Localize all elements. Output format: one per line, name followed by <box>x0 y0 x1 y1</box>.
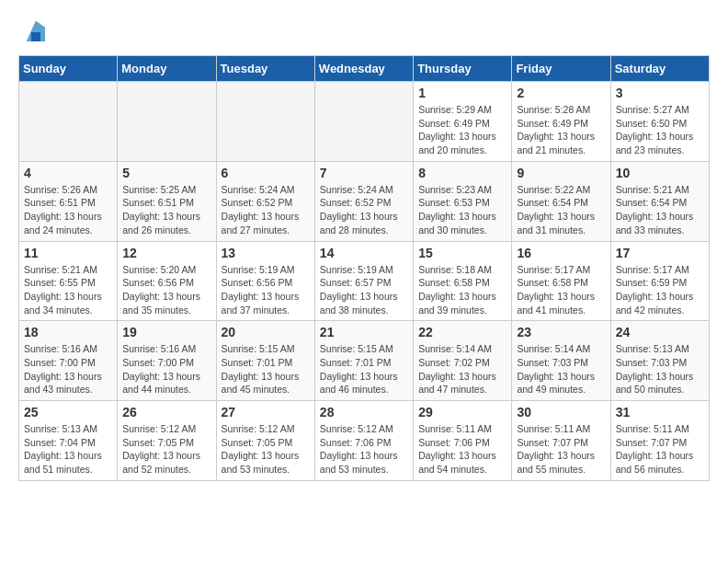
calendar-cell: 11Sunrise: 5:21 AM Sunset: 6:55 PM Dayli… <box>19 241 118 321</box>
calendar-cell: 6Sunrise: 5:24 AM Sunset: 6:52 PM Daylig… <box>216 161 314 241</box>
day-number: 19 <box>122 325 210 339</box>
day-number: 16 <box>517 246 605 260</box>
day-number: 26 <box>122 405 210 419</box>
day-detail: Sunrise: 5:19 AM Sunset: 6:57 PM Dayligh… <box>320 263 408 317</box>
calendar-cell: 18Sunrise: 5:16 AM Sunset: 7:00 PM Dayli… <box>19 321 118 401</box>
day-number: 23 <box>517 325 605 339</box>
calendar-week-row: 1Sunrise: 5:29 AM Sunset: 6:49 PM Daylig… <box>19 82 710 162</box>
day-detail: Sunrise: 5:17 AM Sunset: 6:58 PM Dayligh… <box>517 263 605 317</box>
day-detail: Sunrise: 5:11 AM Sunset: 7:07 PM Dayligh… <box>616 422 704 477</box>
day-number: 18 <box>24 325 112 339</box>
day-detail: Sunrise: 5:16 AM Sunset: 7:00 PM Dayligh… <box>122 342 210 396</box>
calendar-cell: 26Sunrise: 5:12 AM Sunset: 7:05 PM Dayli… <box>118 401 216 481</box>
day-detail: Sunrise: 5:14 AM Sunset: 7:03 PM Dayligh… <box>517 342 605 396</box>
day-header-monday: Monday <box>118 56 216 82</box>
day-number: 17 <box>616 246 704 260</box>
day-number: 24 <box>616 325 704 339</box>
day-detail: Sunrise: 5:27 AM Sunset: 6:50 PM Dayligh… <box>616 103 704 157</box>
calendar-header-row: SundayMondayTuesdayWednesdayThursdayFrid… <box>19 56 710 82</box>
day-detail: Sunrise: 5:28 AM Sunset: 6:49 PM Dayligh… <box>517 103 605 157</box>
day-header-sunday: Sunday <box>19 56 118 82</box>
calendar-cell: 14Sunrise: 5:19 AM Sunset: 6:57 PM Dayli… <box>314 241 413 321</box>
calendar-cell: 24Sunrise: 5:13 AM Sunset: 7:03 PM Dayli… <box>610 321 709 401</box>
logo <box>18 18 50 46</box>
calendar-cell: 30Sunrise: 5:11 AM Sunset: 7:07 PM Dayli… <box>512 401 610 481</box>
day-detail: Sunrise: 5:24 AM Sunset: 6:52 PM Dayligh… <box>320 183 408 237</box>
day-header-wednesday: Wednesday <box>314 56 413 82</box>
day-header-thursday: Thursday <box>414 56 512 82</box>
day-number: 2 <box>517 86 605 100</box>
calendar-cell: 10Sunrise: 5:21 AM Sunset: 6:54 PM Dayli… <box>610 161 709 241</box>
calendar-cell: 31Sunrise: 5:11 AM Sunset: 7:07 PM Dayli… <box>610 401 709 481</box>
day-number: 27 <box>222 405 310 419</box>
day-number: 22 <box>418 325 506 339</box>
calendar-cell: 2Sunrise: 5:28 AM Sunset: 6:49 PM Daylig… <box>512 82 610 162</box>
day-detail: Sunrise: 5:16 AM Sunset: 7:00 PM Dayligh… <box>24 342 112 396</box>
day-detail: Sunrise: 5:11 AM Sunset: 7:06 PM Dayligh… <box>418 422 506 477</box>
day-number: 31 <box>616 405 704 419</box>
day-detail: Sunrise: 5:14 AM Sunset: 7:02 PM Dayligh… <box>418 342 506 396</box>
day-number: 8 <box>418 166 506 180</box>
calendar-cell: 3Sunrise: 5:27 AM Sunset: 6:50 PM Daylig… <box>610 82 709 162</box>
calendar-cell: 5Sunrise: 5:25 AM Sunset: 6:51 PM Daylig… <box>118 161 216 241</box>
calendar-cell: 20Sunrise: 5:15 AM Sunset: 7:01 PM Dayli… <box>216 321 314 401</box>
calendar-cell: 8Sunrise: 5:23 AM Sunset: 6:53 PM Daylig… <box>414 161 512 241</box>
day-number: 15 <box>418 246 506 260</box>
day-detail: Sunrise: 5:20 AM Sunset: 6:56 PM Dayligh… <box>122 263 210 317</box>
calendar-cell: 25Sunrise: 5:13 AM Sunset: 7:04 PM Dayli… <box>19 401 118 481</box>
day-detail: Sunrise: 5:13 AM Sunset: 7:03 PM Dayligh… <box>616 342 704 396</box>
calendar-cell: 19Sunrise: 5:16 AM Sunset: 7:00 PM Dayli… <box>118 321 216 401</box>
calendar-week-row: 25Sunrise: 5:13 AM Sunset: 7:04 PM Dayli… <box>19 401 710 481</box>
calendar-cell: 1Sunrise: 5:29 AM Sunset: 6:49 PM Daylig… <box>414 82 512 162</box>
calendar-cell: 7Sunrise: 5:24 AM Sunset: 6:52 PM Daylig… <box>314 161 413 241</box>
day-number: 9 <box>517 166 605 180</box>
calendar-cell: 21Sunrise: 5:15 AM Sunset: 7:01 PM Dayli… <box>314 321 413 401</box>
calendar-cell <box>19 82 118 162</box>
day-detail: Sunrise: 5:23 AM Sunset: 6:53 PM Dayligh… <box>418 183 506 237</box>
day-detail: Sunrise: 5:29 AM Sunset: 6:49 PM Dayligh… <box>418 103 506 157</box>
calendar-cell: 17Sunrise: 5:17 AM Sunset: 6:59 PM Dayli… <box>610 241 709 321</box>
calendar-cell <box>118 82 216 162</box>
page-header <box>18 18 710 46</box>
day-detail: Sunrise: 5:12 AM Sunset: 7:05 PM Dayligh… <box>122 422 210 477</box>
day-detail: Sunrise: 5:15 AM Sunset: 7:01 PM Dayligh… <box>320 342 408 396</box>
day-header-saturday: Saturday <box>610 56 709 82</box>
day-number: 5 <box>122 166 210 180</box>
day-number: 13 <box>222 246 310 260</box>
day-number: 29 <box>418 405 506 419</box>
calendar-cell: 22Sunrise: 5:14 AM Sunset: 7:02 PM Dayli… <box>414 321 512 401</box>
day-detail: Sunrise: 5:25 AM Sunset: 6:51 PM Dayligh… <box>122 183 210 237</box>
calendar-cell: 28Sunrise: 5:12 AM Sunset: 7:06 PM Dayli… <box>314 401 413 481</box>
calendar-cell: 16Sunrise: 5:17 AM Sunset: 6:58 PM Dayli… <box>512 241 610 321</box>
calendar-cell: 9Sunrise: 5:22 AM Sunset: 6:54 PM Daylig… <box>512 161 610 241</box>
calendar-table: SundayMondayTuesdayWednesdayThursdayFrid… <box>18 55 710 481</box>
day-detail: Sunrise: 5:13 AM Sunset: 7:04 PM Dayligh… <box>24 422 112 477</box>
day-number: 12 <box>122 246 210 260</box>
day-detail: Sunrise: 5:26 AM Sunset: 6:51 PM Dayligh… <box>24 183 112 237</box>
day-header-friday: Friday <box>512 56 610 82</box>
day-detail: Sunrise: 5:18 AM Sunset: 6:58 PM Dayligh… <box>418 263 506 317</box>
day-header-tuesday: Tuesday <box>216 56 314 82</box>
calendar-cell <box>314 82 413 162</box>
calendar-cell: 27Sunrise: 5:12 AM Sunset: 7:05 PM Dayli… <box>216 401 314 481</box>
day-number: 25 <box>24 405 112 419</box>
day-number: 6 <box>222 166 310 180</box>
day-detail: Sunrise: 5:15 AM Sunset: 7:01 PM Dayligh… <box>222 342 310 396</box>
calendar-cell: 4Sunrise: 5:26 AM Sunset: 6:51 PM Daylig… <box>19 161 118 241</box>
day-detail: Sunrise: 5:12 AM Sunset: 7:05 PM Dayligh… <box>222 422 310 477</box>
day-number: 10 <box>616 166 704 180</box>
calendar-cell: 13Sunrise: 5:19 AM Sunset: 6:56 PM Dayli… <box>216 241 314 321</box>
day-detail: Sunrise: 5:21 AM Sunset: 6:54 PM Dayligh… <box>616 183 704 237</box>
day-number: 3 <box>616 86 704 100</box>
calendar-week-row: 18Sunrise: 5:16 AM Sunset: 7:00 PM Dayli… <box>19 321 710 401</box>
day-detail: Sunrise: 5:24 AM Sunset: 6:52 PM Dayligh… <box>222 183 310 237</box>
day-number: 11 <box>24 246 112 260</box>
day-detail: Sunrise: 5:19 AM Sunset: 6:56 PM Dayligh… <box>222 263 310 317</box>
calendar-cell: 23Sunrise: 5:14 AM Sunset: 7:03 PM Dayli… <box>512 321 610 401</box>
day-detail: Sunrise: 5:21 AM Sunset: 6:55 PM Dayligh… <box>24 263 112 317</box>
calendar-week-row: 4Sunrise: 5:26 AM Sunset: 6:51 PM Daylig… <box>19 161 710 241</box>
logo-icon <box>22 18 50 46</box>
day-detail: Sunrise: 5:11 AM Sunset: 7:07 PM Dayligh… <box>517 422 605 477</box>
day-number: 4 <box>24 166 112 180</box>
calendar-cell <box>216 82 314 162</box>
